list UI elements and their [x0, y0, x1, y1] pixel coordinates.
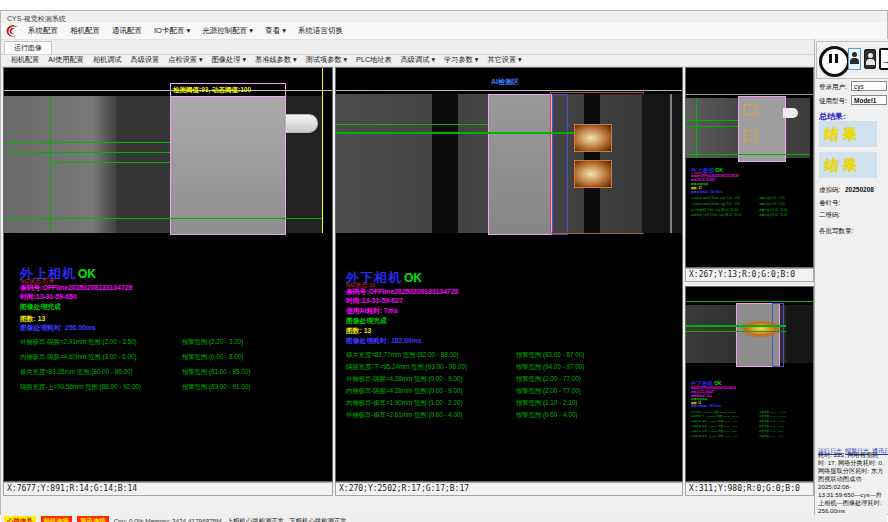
elapsed-text: 图像处理耗时: 256.00ms	[20, 323, 96, 333]
tab-blob-1	[574, 124, 612, 152]
model-label: 使用型号:	[819, 97, 847, 106]
tool-ai-usage-config[interactable]: AI使用配置	[44, 55, 89, 65]
time-text: 时间:13-31-59-627	[346, 296, 403, 306]
machine-right-dark	[786, 305, 814, 363]
camera-connect-badge: 相机连接	[41, 516, 73, 522]
viewport-small-top[interactable]: 外上相机OK NG状态:打开 条码号:OFFline20250208133134…	[685, 67, 814, 268]
menu-item-system-config[interactable]: 系统配置	[22, 26, 64, 36]
operator-2-button[interactable]	[864, 49, 876, 69]
elapsed-text: 图像处理耗时: 182.00ms	[691, 405, 721, 409]
result-indicator-upper: 结果	[819, 121, 877, 147]
tool-image-processing[interactable]: 图像处理 ▾	[207, 55, 250, 65]
roi-top-line	[686, 301, 814, 302]
upper-camera-heartbeat-status: 上相机心跳检测正常	[227, 517, 285, 522]
measure-line-4	[4, 218, 322, 219]
result-ok: OK	[715, 167, 723, 173]
elapsed-text: 图像处理耗时: 256.00ms	[691, 190, 723, 194]
heartbeat-signal-badge: 心跳信号	[4, 516, 36, 522]
threshold-label: 检测阈值:93, 动态阈值:100	[173, 86, 251, 95]
exit-arrow-icon: →	[881, 56, 888, 66]
application-window: CYS-视觉检测系统 系统配置 相机配置 通讯配置 IO卡配置 ▾ 光源控制配置…	[0, 0, 888, 522]
machine-edge-line	[686, 94, 814, 95]
upper-camera-image: 检测阈值:93, 动态阈值:100	[4, 68, 333, 233]
lower-camera-pixel-status: X:270;Y:2502;R:17;G:17;B:17	[335, 482, 683, 496]
tool-advanced-debug[interactable]: 高级调试 ▾	[396, 55, 439, 65]
person-icon	[849, 49, 860, 69]
batch-count-label: 各批写数量:	[819, 227, 853, 236]
login-user-input[interactable]: cys	[851, 81, 887, 91]
pause-icon	[819, 46, 850, 77]
measure-line-2	[4, 152, 170, 153]
small-top-pixel-status: X:267;Y:13;R:0;G:0;B:0	[685, 268, 814, 282]
tool-camera-config[interactable]: 相机配置	[6, 55, 44, 65]
side-panel: → 登录用户: cys 使用型号: Model1 总结果: 结果 结果 虚拟码:…	[814, 39, 888, 514]
roi-box-1	[744, 104, 757, 115]
measure-line-1	[336, 124, 488, 125]
tool-learning-params[interactable]: 学习参数 ▾	[440, 55, 483, 65]
tool-spot-check[interactable]: 点检设置 ▾	[164, 55, 207, 65]
menu-item-light-control[interactable]: 光源控制配置 ▾	[196, 26, 259, 36]
menu-item-view[interactable]: 查看 ▾	[259, 26, 292, 36]
lower-camera-image: AI检测区	[336, 68, 683, 233]
process-done-text: 图像处理完成	[346, 316, 387, 326]
menu-bar: 系统配置 相机配置 通讯配置 IO卡配置 ▾ 光源控制配置 ▾ 查看 ▾ 系统语…	[1, 23, 887, 40]
operator-1-button[interactable]	[848, 48, 861, 70]
tab-bar: 运行图像	[1, 40, 887, 55]
threshold-label-box: 检测阈值:93, 动态阈值:100	[170, 83, 286, 97]
menu-item-io-config[interactable]: IO卡配置 ▾	[148, 26, 196, 36]
small-top-image	[686, 68, 814, 163]
tool-test-params[interactable]: 测试项参数 ▾	[301, 55, 352, 65]
spindle-label: 卷针号:	[819, 199, 840, 208]
upper-camera-pixel-status: X:7677;Y:891;R:14;G:14;B:14	[3, 482, 333, 496]
login-user-label: 登录用户:	[819, 83, 847, 92]
machine-gap-1	[432, 94, 458, 233]
toolbar: 相机配置 AI使用配置 相机调试 高级设置 点检设置 ▾ 图像处理 ▾ 基准线参…	[1, 54, 813, 67]
comm-connect-badge: 通讯连接	[77, 516, 109, 522]
tool-other-settings[interactable]: 其它设置 ▾	[483, 55, 526, 65]
tab-blob-2	[574, 160, 612, 188]
ai-time-text: 使用AI耗时: 7ms	[346, 306, 398, 316]
pause-button[interactable]	[819, 46, 850, 77]
viewport-small-bottom[interactable]: 外下相机OK NG状态:10 条码号:OFFline20250208133134…	[685, 286, 814, 482]
status-bar: 心跳信号 相机连接 通讯连接 Cpu: 0.0% Memory: 3424.41…	[1, 514, 887, 522]
menu-item-language-switch[interactable]: 系统语言切换	[292, 26, 349, 36]
virtual-code-value: 20250208	[845, 186, 874, 193]
result-indicator-lower: 结果	[819, 152, 877, 178]
separator-film-region	[488, 94, 552, 235]
lower-camera-heartbeat-status: 下相机心跳检测正常	[289, 517, 347, 522]
time-text: 时间:13-31-59-650	[20, 292, 77, 302]
result-ok: OK	[714, 380, 721, 386]
measure-line-2	[686, 126, 738, 127]
exit-button[interactable]: →	[879, 48, 888, 70]
measure-line-3	[686, 154, 810, 155]
log-output: 耗时: 222, 网络检测耗时: 17, 网络分类耗时: 0, 网络提取分区耗时…	[818, 451, 884, 515]
machine-rail-line	[670, 94, 672, 233]
viewport-upper-camera[interactable]: 检测阈值:93, 动态阈值:100 外上相机OK NG状态:打开 条码号:OFF…	[3, 67, 333, 482]
elapsed-text: 图像处理耗时: 182.00ms	[346, 336, 422, 346]
measure-line-2	[336, 132, 574, 134]
menu-item-comm-config[interactable]: 通讯配置	[106, 26, 148, 36]
tool-advanced-settings[interactable]: 高级设置	[126, 55, 164, 65]
electrode-tab	[285, 114, 318, 133]
machine-right-dark	[642, 94, 683, 233]
window-chrome: CYS-视觉检测系统 系统配置 相机配置 通讯配置 IO卡配置 ▾ 光源控制配置…	[0, 10, 888, 515]
roi-box-2	[744, 130, 757, 141]
machine-dark-column	[116, 96, 170, 233]
tool-camera-debug[interactable]: 相机调试	[88, 55, 126, 65]
frame-count-text: 图数: 13	[346, 326, 371, 336]
result-ok: OK	[404, 271, 422, 285]
qr-code-label: 二维码:	[819, 211, 840, 220]
measure-line-1	[4, 142, 170, 143]
app-logo-icon	[4, 24, 20, 38]
roi-edge-line-yellow	[322, 68, 323, 233]
person-icon	[865, 50, 875, 68]
ai-region-label: AI检测区	[491, 77, 519, 87]
measure-line-vertical	[50, 96, 51, 233]
model-input[interactable]: Model1	[851, 95, 887, 105]
tool-plc-address-table[interactable]: PLC地址表	[352, 55, 397, 65]
menu-item-camera-config[interactable]: 相机配置	[64, 26, 106, 36]
tab-run-image[interactable]: 运行图像	[4, 41, 52, 54]
viewport-lower-camera[interactable]: AI检测区 外下相机OK NG状态:10 条码号:OFFline20250208…	[335, 67, 683, 482]
tool-baseline-params[interactable]: 基准线参数 ▾	[251, 55, 302, 65]
virtual-code-label: 虚拟码:	[819, 186, 840, 195]
